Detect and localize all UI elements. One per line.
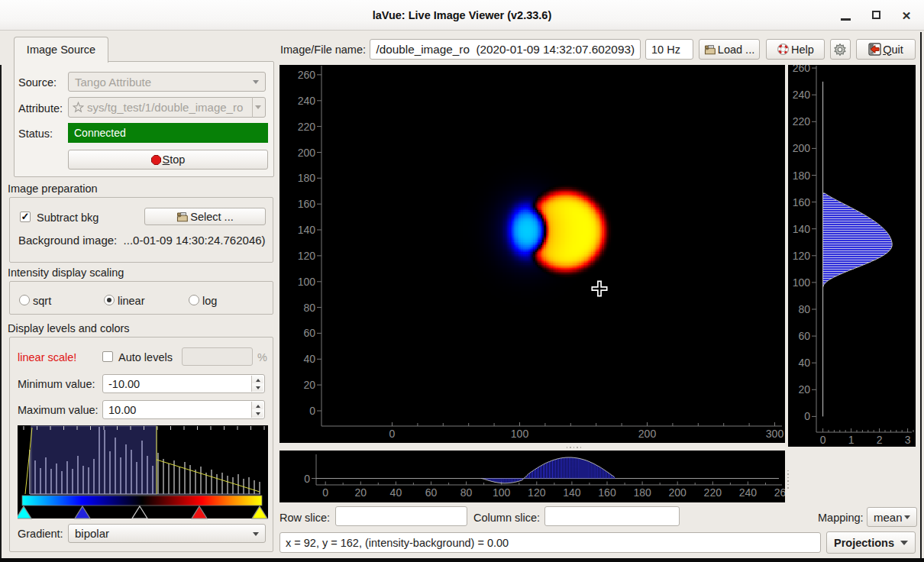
svg-text:200: 200 [793, 142, 811, 154]
svg-text:160: 160 [598, 486, 616, 499]
svg-text:40: 40 [303, 353, 315, 365]
svg-text:40: 40 [798, 357, 810, 369]
svg-text:100: 100 [793, 276, 811, 289]
svg-text:140: 140 [298, 224, 316, 236]
svg-text:240: 240 [298, 95, 316, 107]
svg-text:260: 260 [774, 486, 785, 499]
svg-text:220: 220 [298, 121, 316, 133]
svg-text:180: 180 [633, 486, 651, 499]
svg-text:120: 120 [298, 250, 316, 262]
svg-text:40: 40 [390, 486, 402, 499]
svg-text:20: 20 [798, 383, 810, 396]
svg-text:2: 2 [877, 434, 883, 446]
svg-text:180: 180 [793, 170, 811, 182]
svg-text:0: 0 [820, 434, 826, 446]
svg-text:80: 80 [798, 303, 810, 315]
svg-text:180: 180 [298, 172, 316, 184]
svg-text:160: 160 [793, 196, 811, 208]
svg-text:300: 300 [766, 428, 784, 440]
svg-text:1: 1 [848, 434, 855, 446]
svg-text:240: 240 [793, 89, 811, 101]
svg-text:20: 20 [303, 379, 315, 391]
svg-text:60: 60 [425, 486, 438, 499]
svg-text:260: 260 [298, 69, 316, 81]
svg-text:80: 80 [460, 486, 473, 499]
svg-text:140: 140 [793, 223, 811, 235]
svg-text:80: 80 [303, 302, 315, 314]
svg-text:20: 20 [355, 486, 367, 499]
svg-text:200: 200 [298, 147, 316, 159]
svg-text:3: 3 [905, 434, 911, 446]
svg-text:120: 120 [793, 250, 811, 262]
svg-text:200: 200 [638, 428, 657, 440]
svg-text:60: 60 [798, 330, 810, 342]
svg-text:140: 140 [563, 486, 581, 499]
svg-text:0: 0 [309, 405, 315, 417]
svg-text:120: 120 [528, 486, 546, 499]
svg-text:0: 0 [804, 410, 810, 422]
svg-text:100: 100 [511, 428, 529, 440]
svg-text:260: 260 [793, 65, 811, 74]
svg-text:160: 160 [298, 198, 316, 210]
svg-text:0: 0 [389, 428, 396, 440]
svg-text:240: 240 [739, 486, 758, 499]
svg-text:220: 220 [704, 486, 722, 499]
svg-text:0: 0 [304, 473, 310, 485]
svg-text:200: 200 [669, 486, 687, 499]
svg-text:100: 100 [298, 276, 316, 288]
svg-text:60: 60 [303, 327, 315, 339]
svg-text:0: 0 [322, 486, 328, 499]
svg-text:220: 220 [793, 115, 811, 128]
svg-text:100: 100 [493, 486, 511, 499]
